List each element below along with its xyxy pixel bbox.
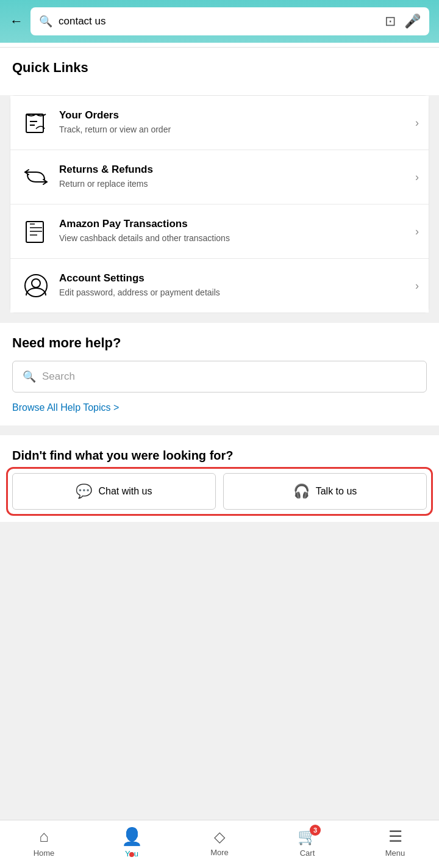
cart-badge: 3	[310, 825, 321, 836]
more-label: More	[210, 848, 229, 857]
account-subtitle: Edit password, address or payment detail…	[59, 287, 410, 299]
home-label: Home	[34, 848, 55, 858]
chat-label: Chat with us	[98, 486, 152, 497]
account-title: Account Settings	[59, 272, 410, 284]
account-chevron: ›	[415, 280, 419, 292]
orders-chevron: ›	[415, 117, 419, 129]
orders-title: Your Orders	[59, 109, 410, 121]
help-search-field[interactable]: 🔍 Search	[12, 361, 427, 392]
quick-links-header: Quick Links	[0, 48, 439, 95]
mic-icon[interactable]: 🎤	[404, 13, 421, 29]
amazon-pay-title: Amazon Pay Transactions	[59, 218, 410, 230]
chat-icon: 💬	[76, 483, 92, 499]
you-icon: 👤	[121, 826, 143, 847]
orders-text: Your Orders Track, return or view an ord…	[52, 109, 410, 136]
talk-to-us-button[interactable]: 🎧 Talk to us	[223, 473, 427, 510]
cart-wrapper: 🛒 3	[298, 827, 317, 846]
scroll-hint	[0, 43, 439, 48]
didnt-find-title: Didn't find what you were looking for?	[12, 447, 427, 463]
nav-cart[interactable]: 🛒 3 Cart	[263, 827, 351, 858]
amazon-pay-icon	[20, 215, 52, 247]
returns-icon	[20, 161, 52, 193]
amazon-pay-subtitle: View cashback details and other transact…	[59, 233, 410, 245]
nav-more[interactable]: ◇ More	[176, 828, 263, 857]
you-active-dot	[129, 852, 134, 857]
help-search-placeholder: Search	[42, 371, 75, 383]
more-icon: ◇	[214, 828, 225, 845]
menu-label: Menu	[385, 848, 405, 858]
talk-label: Talk to us	[316, 486, 357, 497]
main-content: Quick Links Your Orders Track, return or…	[0, 48, 439, 583]
search-icon: 🔍	[39, 15, 52, 28]
your-orders-item[interactable]: Your Orders Track, return or view an ord…	[10, 96, 429, 150]
didnt-find-section: Didn't find what you were looking for? 💬…	[0, 435, 439, 522]
help-section: Need more help? 🔍 Search Browse All Help…	[0, 323, 439, 425]
search-bar[interactable]: 🔍 contact us ⊡ 🎤	[30, 7, 429, 35]
help-search-icon: 🔍	[23, 370, 36, 383]
cart-label: Cart	[300, 848, 315, 858]
svg-rect-1	[26, 222, 43, 242]
svg-rect-0	[26, 114, 43, 132]
camera-icon[interactable]: ⊡	[385, 13, 396, 29]
quick-links-list: Your Orders Track, return or view an ord…	[10, 95, 429, 313]
amazon-pay-item[interactable]: Amazon Pay Transactions View cashback de…	[10, 204, 429, 259]
svg-point-7	[32, 279, 40, 288]
amazon-pay-chevron: ›	[415, 225, 419, 238]
returns-subtitle: Return or replace items	[59, 178, 410, 190]
account-settings-item[interactable]: Account Settings Edit password, address …	[10, 259, 429, 313]
header: ← 🔍 contact us ⊡ 🎤	[0, 0, 439, 43]
amazon-pay-text: Amazon Pay Transactions View cashback de…	[52, 218, 410, 245]
home-icon: ⌂	[39, 827, 49, 846]
returns-item[interactable]: Returns & Refunds Return or replace item…	[10, 150, 429, 204]
browse-all-link[interactable]: Browse All Help Topics >	[12, 402, 427, 413]
quick-links-title: Quick Links	[12, 60, 427, 76]
svg-point-6	[25, 275, 47, 297]
returns-chevron: ›	[415, 171, 419, 184]
nav-home[interactable]: ⌂ Home	[0, 827, 88, 858]
search-value: contact us	[59, 15, 379, 27]
nav-menu[interactable]: ☰ Menu	[351, 827, 439, 858]
menu-icon: ☰	[388, 827, 402, 846]
account-text: Account Settings Edit password, address …	[52, 272, 410, 299]
contact-buttons: 💬 Chat with us 🎧 Talk to us	[12, 473, 427, 510]
bottom-nav: ⌂ Home 👤 You ◇ More 🛒 3 Cart ☰ Menu	[0, 820, 439, 868]
back-button[interactable]: ←	[10, 13, 23, 29]
nav-you[interactable]: 👤 You	[88, 826, 176, 858]
chat-with-us-button[interactable]: 💬 Chat with us	[12, 473, 216, 510]
help-title: Need more help?	[12, 335, 427, 351]
orders-icon	[20, 107, 52, 139]
phone-icon: 🎧	[293, 483, 310, 499]
returns-text: Returns & Refunds Return or replace item…	[52, 164, 410, 190]
header-icons: ⊡ 🎤	[385, 13, 421, 29]
returns-title: Returns & Refunds	[59, 164, 410, 176]
orders-subtitle: Track, return or view an order	[59, 124, 410, 136]
account-icon	[20, 270, 52, 302]
